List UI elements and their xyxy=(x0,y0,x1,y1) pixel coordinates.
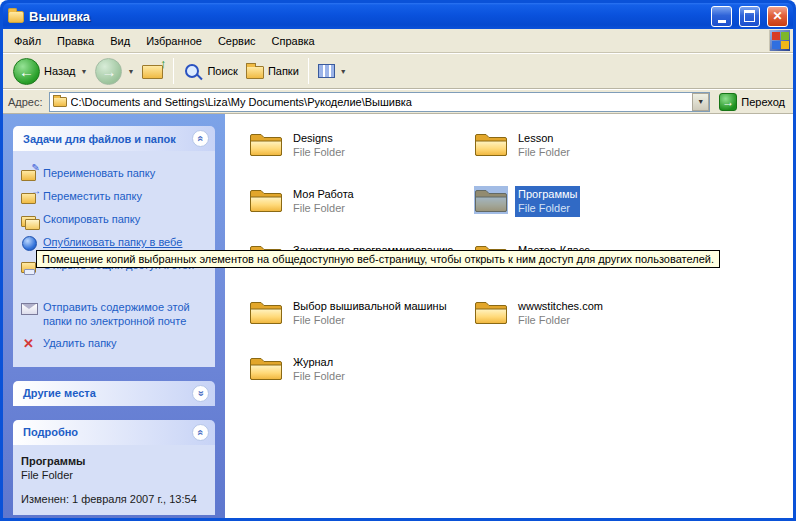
go-arrow-icon xyxy=(719,93,737,111)
file-name: Моя Работа xyxy=(293,187,354,201)
folder-icon xyxy=(474,130,508,158)
move-folder-icon xyxy=(21,189,38,205)
menu-item[interactable]: Избранное xyxy=(138,31,210,51)
menu-item[interactable]: Вид xyxy=(102,31,138,51)
back-icon xyxy=(13,58,40,85)
expand-chevron-icon[interactable] xyxy=(192,385,209,402)
file-folder-tasks-header[interactable]: Задачи для файлов и папок xyxy=(13,126,215,151)
folder-icon xyxy=(8,11,24,23)
file-type: File Folder xyxy=(518,145,570,159)
folders-button[interactable]: Папки xyxy=(242,61,303,81)
maximize-button[interactable] xyxy=(739,6,760,27)
panel-title: Задачи для файлов и папок xyxy=(23,133,176,145)
window-title: Вышивка xyxy=(29,9,704,24)
file-type: File Folder xyxy=(293,201,354,215)
toolbar-separator xyxy=(173,58,174,84)
details-item-modified: Изменен: 1 февраля 2007 г., 13:54 xyxy=(21,493,207,505)
folder-icon xyxy=(249,130,283,158)
file-type: File Folder xyxy=(293,313,447,327)
file-tile[interactable]: wwwstitches.com File Folder xyxy=(474,298,689,354)
collapse-chevron-icon[interactable] xyxy=(192,130,209,147)
other-places-panel: Другие места xyxy=(13,381,215,406)
file-name: Выбор вышивальной машины xyxy=(293,299,447,313)
file-name: wwwstitches.com xyxy=(518,299,603,313)
task-pane: Задачи для файлов и папок Переименовать … xyxy=(3,114,225,518)
publish-web-icon xyxy=(21,235,38,251)
search-icon xyxy=(185,64,199,78)
address-bar: Адрес: Переход xyxy=(3,89,793,114)
folder-icon xyxy=(249,186,283,214)
folder-icon xyxy=(474,298,508,326)
address-input[interactable] xyxy=(71,96,689,108)
address-label: Адрес: xyxy=(8,96,43,108)
explorer-window: Вышивка ФайлПравкаВидИзбранноеСервисСпра… xyxy=(0,0,796,521)
details-header[interactable]: Подробно xyxy=(13,420,215,445)
address-field[interactable] xyxy=(49,92,711,112)
file-name: Designs xyxy=(293,131,345,145)
task-item[interactable]: Отправить содержимое этой папки по элект… xyxy=(21,300,207,329)
menu-item[interactable]: Сервис xyxy=(210,31,264,51)
back-label: Назад xyxy=(44,65,76,77)
menu-item[interactable]: Справка xyxy=(264,31,323,51)
task-item[interactable]: Переместить папку xyxy=(21,189,207,205)
task-item[interactable]: Удалить папку xyxy=(21,336,207,352)
menu-item[interactable]: Файл xyxy=(6,31,49,51)
file-tile[interactable]: Журнал File Folder xyxy=(249,354,464,410)
back-button[interactable]: Назад ▼ xyxy=(9,56,91,87)
file-tile[interactable]: Программы File Folder xyxy=(474,186,689,242)
forward-button[interactable]: ▼ xyxy=(91,56,138,87)
copy-folder-icon xyxy=(21,212,38,228)
other-places-header[interactable]: Другие места xyxy=(13,381,215,406)
forward-dropdown-icon[interactable]: ▼ xyxy=(127,68,134,75)
file-list-area: Designs File Folder Lesson File Folder xyxy=(225,114,793,518)
views-dropdown-icon[interactable]: ▼ xyxy=(340,68,347,75)
menu-item[interactable]: Правка xyxy=(49,31,102,51)
details-item-type: File Folder xyxy=(21,469,207,481)
toolbar: Назад ▼ ▼ Поиск Папки ▼ xyxy=(3,53,793,89)
file-type: File Folder xyxy=(293,369,345,383)
address-dropdown-button[interactable] xyxy=(692,93,709,111)
file-name: Программы xyxy=(518,187,577,201)
task-item[interactable]: Скопировать папку xyxy=(21,212,207,228)
forward-icon xyxy=(95,58,122,85)
up-button[interactable] xyxy=(138,61,168,81)
views-icon xyxy=(318,64,335,78)
task-item[interactable]: Опубликовать папку в вебе xyxy=(21,235,207,251)
file-type: File Folder xyxy=(518,313,603,327)
file-type: File Folder xyxy=(518,201,577,215)
panel-title: Подробно xyxy=(23,426,78,438)
file-tile[interactable]: Моя Работа File Folder xyxy=(249,186,464,242)
address-folder-icon xyxy=(53,97,67,107)
go-button[interactable]: Переход xyxy=(716,92,788,112)
details-panel: Подробно Программы File Folder Изменен: … xyxy=(13,420,215,515)
file-name: Журнал xyxy=(293,355,345,369)
views-button[interactable]: ▼ xyxy=(314,62,351,80)
minimize-button[interactable] xyxy=(711,6,732,27)
collapse-chevron-icon[interactable] xyxy=(192,424,209,441)
back-dropdown-icon[interactable]: ▼ xyxy=(81,68,88,75)
folders-icon xyxy=(246,66,264,79)
go-label: Переход xyxy=(741,96,785,108)
rename-folder-icon xyxy=(21,166,38,182)
file-name: Lesson xyxy=(518,131,570,145)
task-item[interactable]: Переименовать папку xyxy=(21,166,207,182)
folder-icon xyxy=(474,186,508,214)
file-folder-tasks-panel: Задачи для файлов и папок Переименовать … xyxy=(13,126,215,367)
menu-bar: ФайлПравкаВидИзбранноеСервисСправка xyxy=(3,29,793,53)
search-button[interactable]: Поиск xyxy=(179,60,241,82)
menu-items: ФайлПравкаВидИзбранноеСервисСправка xyxy=(6,31,323,51)
file-tile[interactable]: Lesson File Folder xyxy=(474,130,689,186)
main-area: Задачи для файлов и папок Переименовать … xyxy=(3,114,793,518)
close-button[interactable] xyxy=(767,6,788,27)
file-tile[interactable]: Designs File Folder xyxy=(249,130,464,186)
folder-icon xyxy=(249,298,283,326)
file-list: Designs File Folder Lesson File Folder xyxy=(249,130,793,410)
details-body: Программы File Folder Изменен: 1 февраля… xyxy=(13,445,215,515)
tooltip: Помещение копий выбранных элементов на о… xyxy=(36,250,720,268)
file-tile[interactable]: Выбор вышивальной машины File Folder xyxy=(249,298,464,354)
folder-up-icon xyxy=(142,63,164,79)
search-label: Поиск xyxy=(207,65,237,77)
delete-icon xyxy=(21,336,38,352)
email-icon xyxy=(21,300,38,316)
details-item-name: Программы xyxy=(21,455,207,467)
